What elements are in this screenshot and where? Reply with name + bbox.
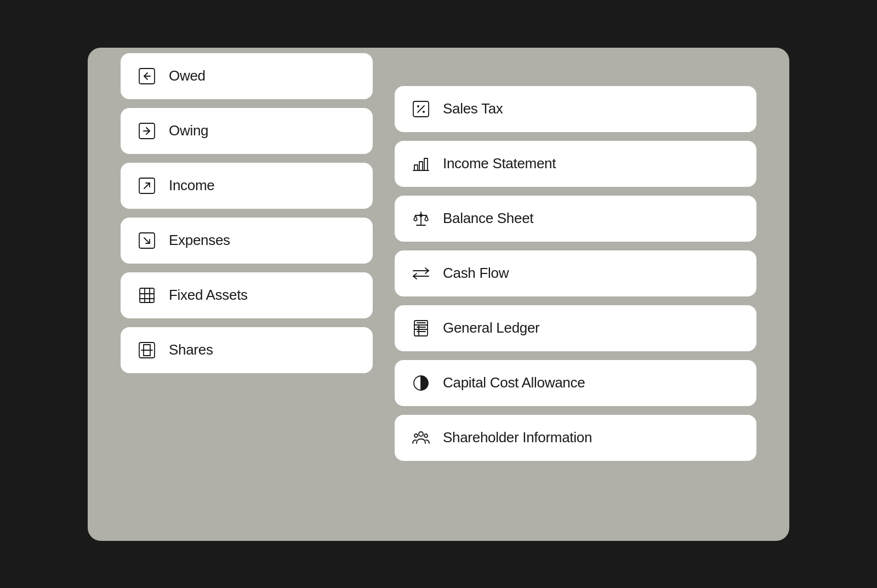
owed-label: Owed	[169, 67, 206, 84]
owing-label: Owing	[169, 122, 208, 139]
menu-item-balance-sheet[interactable]: Balance Sheet	[395, 196, 756, 242]
menu-item-sales-tax[interactable]: Sales Tax	[395, 86, 756, 132]
percent-box-icon	[410, 98, 432, 120]
menu-item-fixed-assets[interactable]: Fixed Assets	[121, 272, 373, 318]
general-ledger-label: General Ledger	[443, 319, 539, 336]
building-grid-icon	[136, 284, 158, 306]
svg-point-42	[424, 434, 428, 437]
svg-rect-6	[140, 288, 154, 302]
shares-label: Shares	[169, 341, 213, 358]
menu-item-owed[interactable]: Owed	[121, 53, 373, 99]
menu-item-capital-cost-allowance[interactable]: Capital Cost Allowance	[395, 360, 756, 406]
svg-point-41	[414, 434, 418, 437]
people-group-icon	[410, 427, 432, 449]
main-container: Owed Owing Income	[88, 48, 789, 541]
svg-point-20	[423, 111, 425, 113]
menu-item-owing[interactable]: Owing	[121, 108, 373, 154]
arrow-up-right-box-icon	[136, 175, 158, 197]
scales-icon	[410, 208, 432, 230]
svg-point-40	[419, 432, 423, 436]
sales-tax-label: Sales Tax	[443, 100, 503, 117]
left-column: Owed Owing Income	[121, 53, 373, 519]
expenses-label: Expenses	[169, 232, 230, 249]
menu-item-shareholder-information[interactable]: Shareholder Information	[395, 415, 756, 461]
menu-item-general-ledger[interactable]: General Ledger	[395, 305, 756, 351]
svg-rect-23	[424, 158, 428, 170]
menu-item-cash-flow[interactable]: Cash Flow	[395, 250, 756, 296]
menu-item-shares[interactable]: Shares	[121, 327, 373, 373]
svg-rect-21	[414, 165, 418, 170]
cash-flow-label: Cash Flow	[443, 265, 509, 282]
balance-sheet-label: Balance Sheet	[443, 210, 533, 227]
capital-cost-allowance-label: Capital Cost Allowance	[443, 374, 585, 391]
arrow-right-box-icon	[136, 120, 158, 142]
arrows-left-right-icon	[410, 262, 432, 284]
arrow-left-box-icon	[136, 65, 158, 87]
menu-item-income-statement[interactable]: Income Statement	[395, 141, 756, 187]
ledger-icon	[410, 317, 432, 339]
income-statement-label: Income Statement	[443, 155, 556, 172]
pie-shares-icon	[136, 339, 158, 361]
right-column: Sales Tax Income Statement	[395, 70, 756, 519]
svg-point-19	[417, 105, 419, 107]
income-label: Income	[169, 177, 214, 194]
bar-chart-icon	[410, 153, 432, 175]
svg-rect-22	[419, 162, 423, 170]
shareholder-information-label: Shareholder Information	[443, 429, 592, 446]
menu-item-expenses[interactable]: Expenses	[121, 218, 373, 264]
arrow-down-right-box-icon	[136, 230, 158, 252]
menu-item-income[interactable]: Income	[121, 163, 373, 209]
fixed-assets-label: Fixed Assets	[169, 287, 248, 304]
half-circle-icon	[410, 372, 432, 394]
